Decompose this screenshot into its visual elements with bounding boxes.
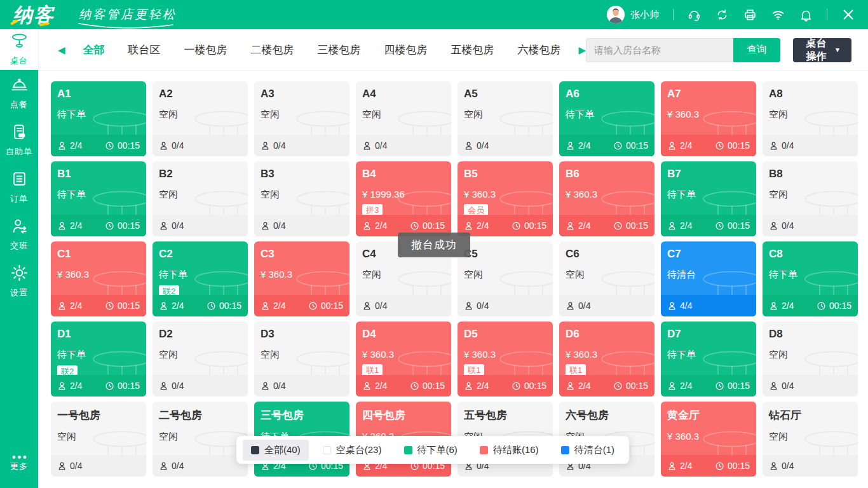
table-card-B2[interactable]: B2空闲0/4 (153, 161, 248, 236)
table-card-D5[interactable]: D5¥ 360.3联12/400:15 (458, 322, 553, 396)
tab-四楼包房[interactable]: 四楼包房 (384, 43, 428, 57)
table-card-D1[interactable]: D1待下单联22/400:15 (51, 322, 146, 396)
sidebar-item-label: 桌台 (10, 55, 28, 67)
legend-item-待结账(16)[interactable]: 待结账(16) (471, 440, 547, 461)
headset-icon[interactable] (688, 8, 701, 22)
table-card-B3[interactable]: B3空闲0/4 (254, 161, 349, 236)
occupancy: 2/4 (57, 381, 82, 391)
card-footer: 0/4 (458, 135, 553, 156)
sidebar-item-桌台[interactable]: 桌台 (0, 29, 38, 70)
tab-五楼包房[interactable]: 五楼包房 (451, 43, 494, 57)
floor-tabbar: ◀ 全部联台区一楼包房二楼包房三楼包房四楼包房五楼包房六楼包房 ▶ 查询 桌台操… (38, 29, 868, 71)
table-card-D2[interactable]: D2空闲0/4 (153, 322, 248, 396)
tabs-next-arrow[interactable]: ▶ (579, 45, 587, 55)
tab-三楼包房[interactable]: 三楼包房 (318, 43, 361, 57)
table-card-D4[interactable]: D4¥ 360.3联12/400:15 (356, 322, 451, 396)
table-card-二号包房[interactable]: 二号包房空闲0/4 (153, 402, 248, 477)
sidebar: 桌台点餐自助单订单交班设置更多 (0, 29, 38, 488)
table-card-D3[interactable]: D3空闲0/4 (254, 322, 349, 396)
sync-icon[interactable] (715, 8, 729, 22)
table-name: 五号包房 (464, 408, 546, 423)
search-input[interactable] (586, 38, 733, 62)
timer: 00:15 (410, 381, 445, 391)
occupancy: 0/4 (769, 140, 794, 151)
table-card-B1[interactable]: B1待下单2/400:15 (51, 161, 146, 236)
table-card-B8[interactable]: B8空闲0/4 (763, 161, 858, 236)
table-card-C3[interactable]: C3¥ 360.32/400:15 (254, 241, 349, 316)
sidebar-item-点餐[interactable]: 点餐 (0, 70, 38, 117)
occupancy: 0/4 (261, 381, 285, 391)
printer-icon[interactable] (743, 8, 757, 22)
tab-二楼包房[interactable]: 二楼包房 (251, 43, 294, 57)
table-name: D6 (566, 328, 648, 341)
sidebar-item-订单[interactable]: 订单 (0, 164, 38, 211)
table-card-A8[interactable]: A8空闲0/4 (763, 81, 858, 156)
table-card-A5[interactable]: A5空闲0/4 (458, 81, 553, 156)
table-name: D5 (464, 328, 546, 341)
sidebar-item-设置[interactable]: 设置 (0, 258, 38, 305)
tabs-prev-arrow[interactable]: ◀ (58, 45, 65, 55)
table-card-C1[interactable]: C1¥ 360.32/400:15 (51, 241, 146, 316)
clock-icon (410, 381, 419, 391)
logo-text: 纳客 (13, 1, 55, 29)
person-icon (261, 301, 270, 311)
occupancy: 0/4 (159, 140, 184, 151)
occupancy: 2/4 (667, 461, 692, 471)
table-card-B5[interactable]: B5¥ 360.3会员2/400:15 (458, 161, 553, 236)
tab-联台区[interactable]: 联台区 (128, 43, 161, 57)
table-card-D8[interactable]: D8空闲0/4 (763, 322, 858, 396)
wifi-icon[interactable] (771, 8, 785, 22)
legend-label: 空桌台(23) (336, 444, 382, 456)
legend-item-待下单(6)[interactable]: 待下单(6) (396, 440, 466, 461)
table-actions-button[interactable]: 桌台操作 ▼ (793, 38, 851, 62)
card-footer: 0/4 (153, 135, 248, 156)
clock-icon (715, 461, 724, 471)
table-card-D6[interactable]: D6¥ 360.3联12/400:15 (559, 322, 654, 396)
divider (827, 9, 827, 20)
sidebar-item-label: 设置 (10, 287, 28, 299)
table-card-A1[interactable]: A1待下单2/400:15 (51, 81, 146, 156)
sidebar-item-自助单[interactable]: 自助单 (0, 117, 38, 164)
table-card-钻石厅[interactable]: 钻石厅空闲0/4 (763, 402, 858, 477)
card-footer: 0/4 (51, 455, 146, 477)
search-button[interactable]: 查询 (733, 38, 780, 62)
table-card-B4[interactable]: B4¥ 1999.36拼32/400:15 (356, 161, 451, 236)
table-card-A3[interactable]: A3空闲0/4 (254, 81, 349, 156)
bell-icon[interactable] (799, 8, 813, 22)
person-icon (159, 461, 168, 471)
legend-label: 全部(40) (264, 444, 301, 456)
table-card-黄金厅[interactable]: 黄金厅¥ 360.32/400:15 (661, 402, 756, 477)
tab-六楼包房[interactable]: 六楼包房 (518, 43, 561, 57)
table-card-一号包房[interactable]: 一号包房空闲0/4 (51, 402, 146, 477)
legend-item-全部(40)[interactable]: 全部(40) (243, 440, 309, 461)
table-card-C8[interactable]: C8待下单2/400:15 (763, 241, 858, 316)
table-card-C2[interactable]: C2待下单联22/400:15 (153, 241, 248, 316)
table-card-C6[interactable]: C6空闲0/4 (559, 241, 654, 316)
person-icon (667, 381, 677, 391)
table-card-C5[interactable]: C5空闲0/4 (458, 241, 553, 316)
sidebar-item-交班[interactable]: 交班 (0, 211, 38, 258)
occupancy: 0/4 (769, 220, 794, 231)
legend-item-待清台(1)[interactable]: 待清台(1) (553, 440, 623, 461)
user-profile[interactable]: 张小帅 (607, 6, 659, 24)
table-card-C7[interactable]: C7待清台4/4 (661, 241, 756, 316)
sidebar-item-more[interactable]: 更多 (0, 441, 38, 488)
table-card-B6[interactable]: B6¥ 360.32/400:15 (559, 161, 654, 236)
table-card-A7[interactable]: A7¥ 360.32/400:15 (661, 81, 756, 156)
tab-一楼包房[interactable]: 一楼包房 (184, 43, 227, 57)
card-footer: 2/400:15 (661, 455, 756, 477)
table-card-A2[interactable]: A2空闲0/4 (153, 81, 248, 156)
card-footer: 0/4 (254, 135, 349, 156)
order-list-icon (11, 170, 28, 190)
table-card-B7[interactable]: B7待下单2/400:15 (661, 161, 756, 236)
table-card-A4[interactable]: A4空闲0/4 (356, 81, 451, 156)
tab-全部[interactable]: 全部 (83, 43, 105, 57)
table-name: 六号包房 (566, 408, 648, 423)
person-icon (57, 461, 67, 471)
table-card-D7[interactable]: D7待下单2/400:15 (661, 322, 756, 396)
legend-item-空桌台(23)[interactable]: 空桌台(23) (315, 440, 390, 461)
chevron-down-icon: ▼ (834, 46, 841, 53)
occupancy: 0/4 (362, 301, 387, 311)
close-icon[interactable] (841, 8, 855, 22)
table-card-A6[interactable]: A6待下单2/400:15 (559, 81, 654, 156)
